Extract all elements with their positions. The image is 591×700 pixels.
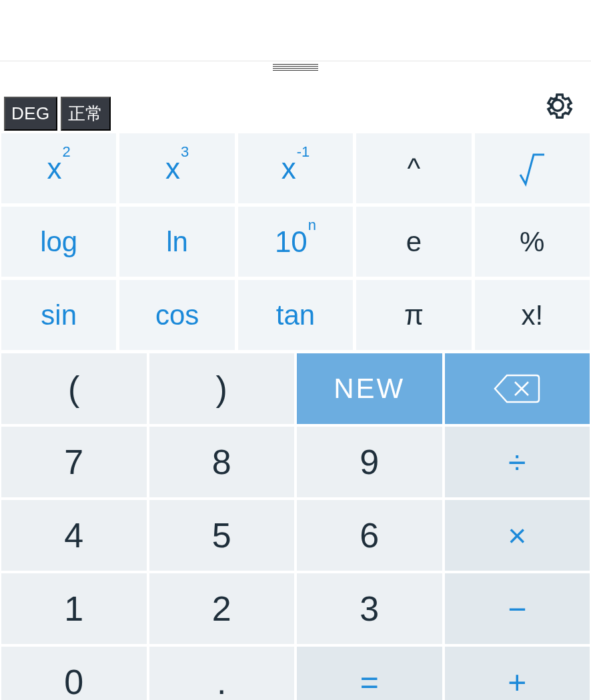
status-row: DEG 正常 <box>0 76 591 133</box>
minus-button[interactable]: − <box>445 573 590 644</box>
function-key-grid: x2 x3 x-1 ^ log ln 10n e % sin cos tan π… <box>0 133 591 350</box>
digit-0-button[interactable]: 0 <box>1 647 147 700</box>
panel-divider <box>0 61 591 76</box>
drag-handle-icon[interactable] <box>273 64 318 71</box>
calculator-display <box>0 0 591 61</box>
sqrt-icon <box>518 151 547 187</box>
digit-2-button[interactable]: 2 <box>149 573 295 644</box>
digit-7-button[interactable]: 7 <box>1 427 147 497</box>
backspace-icon <box>492 373 542 405</box>
btn-label: x <box>281 152 296 185</box>
digit-8-button[interactable]: 8 <box>149 427 295 497</box>
digit-4-button[interactable]: 4 <box>1 500 147 571</box>
main-key-grid: ( ) NEW 7 8 9 ÷ 4 5 6 × 1 2 3 − 0 . = + <box>0 353 591 700</box>
multiply-button[interactable]: × <box>445 500 590 571</box>
divide-button[interactable]: ÷ <box>445 427 590 497</box>
tan-button[interactable]: tan <box>238 280 353 350</box>
new-button[interactable]: NEW <box>297 353 442 424</box>
btn-sup: -1 <box>297 143 310 160</box>
btn-label: x <box>165 152 180 185</box>
x-squared-button[interactable]: x2 <box>1 133 116 203</box>
equals-button[interactable]: = <box>297 647 442 700</box>
left-paren-button[interactable]: ( <box>1 353 147 424</box>
digit-9-button[interactable]: 9 <box>297 427 442 497</box>
btn-sup: n <box>308 217 316 233</box>
btn-sup: 3 <box>181 143 189 160</box>
digit-5-button[interactable]: 5 <box>149 500 295 571</box>
e-constant-button[interactable]: e <box>356 207 471 277</box>
digit-6-button[interactable]: 6 <box>297 500 442 571</box>
digit-1-button[interactable]: 1 <box>1 573 147 644</box>
pi-constant-button[interactable]: π <box>356 280 471 350</box>
btn-label: x <box>47 152 62 185</box>
right-paren-button[interactable]: ) <box>149 353 295 424</box>
sqrt-button[interactable] <box>475 133 590 203</box>
power-button[interactable]: ^ <box>356 133 471 203</box>
cos-button[interactable]: cos <box>119 280 234 350</box>
decimal-point-button[interactable]: . <box>149 647 295 700</box>
percent-button[interactable]: % <box>475 207 590 277</box>
btn-sup: 2 <box>63 143 71 160</box>
x-cubed-button[interactable]: x3 <box>119 133 234 203</box>
settings-button[interactable] <box>540 88 575 123</box>
x-inverse-button[interactable]: x-1 <box>238 133 353 203</box>
digit-3-button[interactable]: 3 <box>297 573 442 644</box>
ln-button[interactable]: ln <box>119 207 234 277</box>
plus-button[interactable]: + <box>445 647 590 700</box>
log-button[interactable]: log <box>1 207 116 277</box>
gear-icon <box>540 88 575 123</box>
display-mode-button[interactable]: 正常 <box>61 97 111 131</box>
sin-button[interactable]: sin <box>1 280 116 350</box>
ten-power-n-button[interactable]: 10n <box>238 207 353 277</box>
factorial-button[interactable]: x! <box>475 280 590 350</box>
btn-label: 10 <box>275 225 308 258</box>
backspace-button[interactable] <box>445 353 590 424</box>
angle-mode-button[interactable]: DEG <box>4 97 57 131</box>
